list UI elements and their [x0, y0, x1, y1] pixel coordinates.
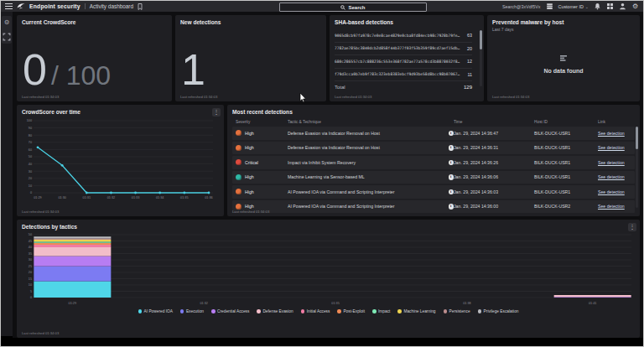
svg-text:01:41: 01:41	[589, 302, 597, 305]
svg-text:45: 45	[29, 240, 32, 243]
apps-grid-icon[interactable]	[606, 3, 614, 10]
bookmark-icon[interactable]	[138, 3, 143, 10]
detection-time: Jan. 29, 2024 14:36:00	[454, 204, 534, 209]
detection-time: Jan. 29, 2024 14:36:03	[454, 189, 534, 194]
detection-time: Jan. 29, 2024 14:36:47	[454, 131, 534, 136]
column-header: Host ID	[534, 120, 598, 124]
scrollbar[interactable]	[636, 127, 638, 208]
table-row[interactable]: HighMachine Learning via Sensor-based ML…	[232, 171, 635, 184]
sha-row[interactable]: 680c286557cb7c888236c553e368f782ae77a578…	[335, 55, 472, 69]
see-detection-link[interactable]: See detection	[598, 160, 625, 165]
search-icon	[340, 5, 345, 10]
legend-label: Credential Access	[217, 309, 249, 313]
severity-icon	[236, 130, 242, 136]
svg-text:50: 50	[29, 155, 32, 158]
last-refreshed-label: Last refreshed 01:34:03	[22, 210, 59, 214]
tactic-technique-label: Machine Learning via Sensor-based ML	[288, 174, 446, 179]
legend-item[interactable]: Defense Evasion	[257, 309, 293, 313]
panel-options-kebab-icon[interactable]: ⋮	[212, 108, 221, 117]
panel-title: New detections	[180, 19, 321, 25]
svg-text:01:29: 01:29	[69, 302, 77, 305]
sha-count: 11	[460, 72, 472, 77]
see-detection-link[interactable]: See detection	[598, 189, 625, 194]
host-id: BILK-DUCK-USR2	[534, 204, 598, 209]
legend-item[interactable]: Credential Access	[211, 309, 249, 313]
column-header: Severity	[236, 120, 288, 124]
table-row[interactable]: HighDefense Evasion via Indicator Remova…	[232, 142, 635, 155]
panel-title: Current CrowdScore	[22, 19, 167, 25]
legend-label: Defense Evasion	[262, 309, 293, 313]
crowdscore-value: 0 / 100	[23, 48, 111, 91]
no-data-chart-icon	[559, 54, 568, 62]
tactics-stacked-bar-chart: 0510152025303540455001:2901:3201:3501:38…	[22, 232, 636, 308]
falcon-logo-icon[interactable]	[17, 3, 25, 10]
see-detection-link[interactable]: See detection	[598, 174, 625, 179]
host-id: BILK-DUCK-USR1	[534, 160, 598, 165]
table-row[interactable]: HighAI Powered IOA via Command and Scrip…	[232, 185, 635, 199]
table-row[interactable]: HighDefense Evasion via Indicator Remova…	[232, 127, 635, 140]
see-detection-link[interactable]: See detection	[598, 131, 625, 136]
sha-hash: 9065d8cb97fa978c7e0e8cae4829e0cba8fd84ec…	[335, 34, 460, 38]
last-refreshed-label: Last refreshed 01:34:03	[335, 95, 371, 99]
legend-color-dot	[397, 309, 402, 313]
panel-options-kebab-icon[interactable]: ⋮	[628, 223, 636, 231]
severity-icon	[236, 174, 242, 180]
host-id: BILK-DUCK-USR1	[534, 174, 598, 179]
legend-item[interactable]: Initial Access	[301, 309, 330, 313]
legend-label: Execution	[186, 309, 204, 313]
see-detection-link[interactable]: See detection	[598, 145, 625, 150]
table-row[interactable]: CriticalImpact via Inhibit System Recove…	[232, 156, 635, 169]
legend-item[interactable]: Machine Learning	[397, 309, 435, 313]
menu-icon[interactable]	[5, 3, 13, 9]
table-row[interactable]: HighAI Powered IOA via Command and Scrip…	[232, 200, 635, 214]
legend-item[interactable]: Persistence	[444, 309, 470, 313]
dashboard-settings-gear-icon[interactable]: ⚙	[3, 18, 11, 27]
sha-row[interactable]: 9065d8cb97fa978c7e0e8cae4829e0cba8fd84ec…	[335, 29, 472, 43]
total-value: 129	[464, 85, 472, 90]
svg-text:01:30: 01:30	[58, 196, 66, 199]
table-header-row: SeverityTactic & TechniqueTimeHost IDLin…	[232, 117, 635, 127]
legend-color-dot	[372, 309, 377, 313]
customer-id-menu[interactable]: Customer ID ⌄	[558, 4, 589, 9]
panel-title: SHA-based detections	[335, 19, 479, 25]
new-detections-panel: New detections 1 Last refreshed 01:34:03	[175, 15, 326, 101]
legend-item[interactable]: Post-Exploit	[337, 309, 365, 313]
legend-item[interactable]: Execution	[180, 309, 204, 313]
svg-text:35: 35	[29, 252, 32, 256]
svg-text:10: 10	[29, 283, 32, 287]
user-profile-icon[interactable]	[619, 3, 626, 10]
svg-text:01:35: 01:35	[180, 196, 189, 199]
sha-row[interactable]: f79d3cca0b7eb9f783c323eb8383ebcf9d93be58…	[335, 69, 472, 82]
host-id: BILK-DUCK-USR1	[534, 145, 598, 150]
scrollbar[interactable]	[480, 30, 482, 86]
expand-fullscreen-icon[interactable]	[3, 33, 11, 41]
severity-label: Critical	[245, 160, 258, 165]
panel-title: Most recent detections	[232, 109, 635, 115]
customer-id-label: Customer ID	[558, 4, 584, 9]
legend-item[interactable]: Privilege Escalation	[478, 309, 519, 313]
svg-text:30: 30	[29, 258, 32, 262]
see-detection-link[interactable]: See detection	[598, 204, 625, 209]
last-refreshed-label: Last refreshed 01:34:03	[232, 210, 269, 214]
sha-count: 20	[460, 46, 472, 51]
svg-text:90: 90	[29, 127, 32, 130]
legend-item[interactable]: Impact	[372, 309, 390, 313]
prevented-malware-panel: Prevented malware by host Last 7 days No…	[487, 15, 640, 101]
detection-time: Jan. 29, 2024 14:36:06	[454, 174, 534, 179]
svg-text:01:35: 01:35	[331, 302, 340, 305]
sha-hash: f79d3cca0b7eb9f783c323eb8383ebcf9d93be58…	[335, 72, 460, 76]
svg-text:01:36: 01:36	[205, 196, 213, 199]
crowdscore-number: 0	[23, 48, 47, 91]
sha-row[interactable]: 7782ae785bc3840dcb2d858f44b377f03f53b359…	[335, 43, 472, 56]
database-icon[interactable]	[546, 3, 553, 10]
global-search-input[interactable]: Search	[279, 3, 427, 12]
settings-gear-icon[interactable]: ⚙	[631, 3, 639, 10]
legend-item[interactable]: AI Powered IOA	[138, 309, 173, 313]
legend-label: Machine Learning	[403, 309, 435, 313]
svg-text:20: 20	[29, 271, 32, 274]
crowdscore-over-time-panel: CrowdScore over time ⋮ 01020304050607080…	[17, 105, 224, 216]
last-refreshed-label: Last refreshed 01:34:03	[22, 331, 59, 335]
sha-detections-panel: SHA-based detections 9065d8cb97fa978c7e0…	[330, 15, 484, 101]
svg-text:70: 70	[29, 141, 32, 144]
notifications-bell-icon[interactable]	[594, 3, 601, 10]
